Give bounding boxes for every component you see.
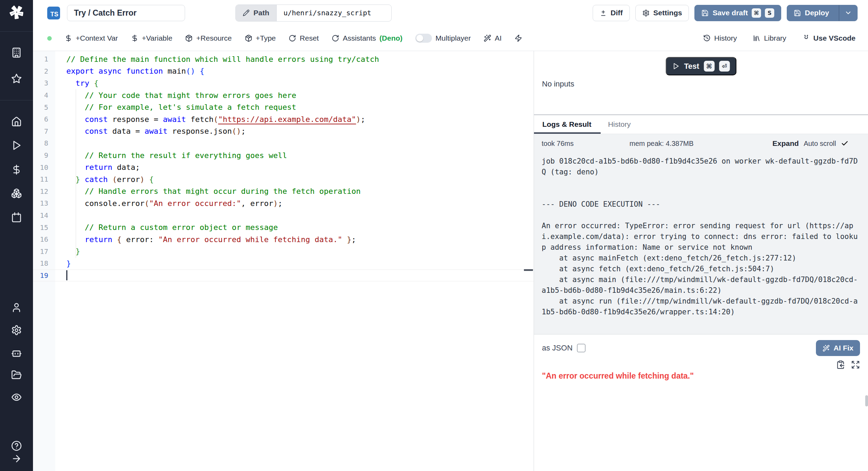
library-button[interactable]: Library [753,34,786,42]
home-icon[interactable] [11,116,22,127]
line-number: 1 [33,55,48,63]
gear-icon [642,9,650,17]
use-vscode-button[interactable]: Use VScode [802,34,856,42]
scrollbar-thumb[interactable] [865,395,868,406]
folders-icon[interactable] [11,370,22,380]
line-number: 4 [33,91,48,99]
variables-dollar-icon[interactable] [11,164,22,175]
diff-button[interactable]: Diff [593,5,630,21]
multiplayer-toggle[interactable]: Multiplayer [415,34,471,43]
code-line[interactable]: 12 // Handle errors that might occur dur… [33,185,534,198]
deploy-button[interactable]: Deploy [787,5,858,21]
code-line[interactable]: 15 // Return a custom error object or me… [33,221,534,233]
line-number: 18 [33,259,48,267]
code-line[interactable]: 4 // Your code that might throw errors g… [33,89,534,101]
dollar-icon [65,34,72,42]
result-pane: as JSON AI Fix "An error occurred while … [534,334,868,471]
logs-pane[interactable]: took 76ms mem peak: 4.387MB Expand Auto … [534,134,868,334]
code-line[interactable]: 5 // For example, let's simulate a fetch… [33,101,534,113]
toggle-switch[interactable] [415,34,432,43]
user-icon[interactable] [11,302,22,313]
line-number: 19 [33,271,48,280]
line-number: 17 [33,247,48,256]
test-button[interactable]: Test ⌘ ⏎ [666,57,736,75]
line-number: 14 [33,211,48,220]
tab-logs-result[interactable]: Logs & Result [542,115,591,134]
code-line[interactable]: 6 const response = await fetch("https://… [33,113,534,125]
add-type-button[interactable]: +Type [245,34,276,42]
code-line[interactable]: 18} [33,257,534,270]
code-line[interactable]: 9 // Return the result if everything goe… [33,149,534,162]
clipboard-copy-icon[interactable] [836,360,845,369]
code-line[interactable]: 11 } catch (error) { [33,173,534,185]
code-line[interactable]: 16 return { error: "An error occurred wh… [33,233,534,246]
typescript-badge: TS [47,7,60,19]
left-sidebar [0,0,33,471]
code-line[interactable]: 7 const data = await response.json(); [33,125,534,138]
chevron-down-icon [844,9,852,17]
save-icon [701,9,709,17]
code-line[interactable]: 3 try { [33,77,534,89]
ai-button[interactable]: AI [484,34,502,42]
ai-fix-button[interactable]: AI Fix [816,340,860,356]
runs-play-icon[interactable] [11,140,22,151]
path-label: Path [236,5,277,21]
status-dot [47,36,52,41]
expand-logs-button[interactable]: Expand [773,139,799,148]
workspace-building-icon[interactable] [11,47,22,58]
help-icon[interactable] [11,440,22,451]
rotate-cw-icon [289,34,296,42]
line-number: 11 [33,175,48,183]
tab-history[interactable]: History [608,115,631,134]
auto-scroll-label[interactable]: Auto scroll [804,140,836,148]
audit-eye-icon[interactable] [11,392,22,403]
divider [0,100,33,100]
editor-toolbar: +Context Var +Variable +Resource +Type R… [33,26,868,51]
add-context-var-button[interactable]: +Context Var [65,34,118,42]
workers-bot-icon[interactable] [11,347,22,358]
code-line[interactable]: 19 [33,270,534,282]
inputs-area: Test ⌘ ⏎ No inputs [534,51,868,115]
dollar-icon [131,34,139,42]
code-line[interactable]: 13 console.error("An error occurred:", e… [33,197,534,209]
line-number: 8 [33,139,48,147]
code-line[interactable]: 14 [33,209,534,222]
code-lines: 1// Define the main function which will … [33,53,534,281]
check-icon[interactable] [841,140,849,147]
lightning-button[interactable] [515,34,522,42]
expand-icon[interactable] [851,360,860,369]
path-field[interactable]: Path u/henri/snazzy_script [235,5,392,22]
schedules-calendar-icon[interactable] [11,212,22,223]
kbd-cmd: ⌘ [752,8,761,18]
script-title-input[interactable]: Try / Catch Error [67,5,185,21]
history-button[interactable]: History [703,34,737,42]
top-bar: TS Try / Catch Error Path u/henri/snazzy… [33,0,868,26]
favorites-star-icon[interactable] [11,73,22,84]
wand-sparkles-icon [823,345,830,352]
expand-sidebar-arrow-icon[interactable] [11,453,22,464]
settings-gear-icon[interactable] [11,325,22,336]
library-icon [753,34,760,42]
code-line[interactable]: 10 return data; [33,161,534,173]
result-error-value: "An error occurred while fetching data." [542,371,860,381]
path-value[interactable]: u/henri/snazzy_script [277,5,391,21]
code-line[interactable]: 17 } [33,246,534,258]
overview-ruler-cursor-marker [524,269,533,271]
reset-button[interactable]: Reset [289,34,319,42]
windmill-logo-icon[interactable] [9,5,24,20]
as-json-checkbox[interactable] [577,344,585,352]
settings-button[interactable]: Settings [635,5,689,21]
line-number: 6 [33,115,48,123]
pencil-icon [243,9,250,16]
resources-boxes-icon[interactable] [11,188,22,199]
add-variable-button[interactable]: +Variable [131,34,173,42]
line-number: 2 [33,67,48,75]
code-line[interactable]: 1// Define the main function which will … [33,53,534,65]
assistants-button[interactable]: Assistants (Deno) [332,34,402,42]
code-editor[interactable]: 1// Define the main function which will … [33,51,534,471]
code-line[interactable]: 8 [33,137,534,149]
save-draft-button[interactable]: Save draft ⌘ S [694,5,781,21]
deploy-dropdown[interactable] [839,5,857,21]
add-resource-button[interactable]: +Resource [185,34,232,42]
code-line[interactable]: 2export async function main() { [33,65,534,77]
